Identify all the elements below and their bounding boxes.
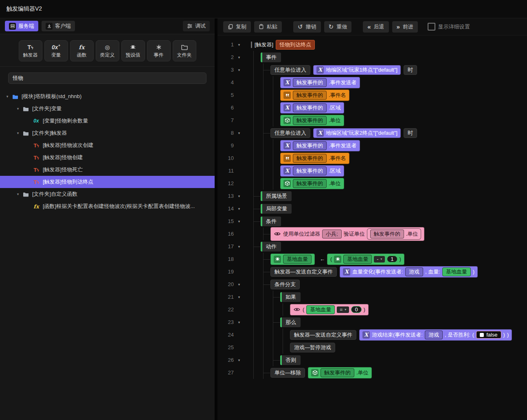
ref-pill[interactable]: 触发事件的 xyxy=(293,116,327,125)
action-pill[interactable]: 游戏—暂停游戏 xyxy=(290,343,335,352)
collapse-caret-icon[interactable]: ▾ xyxy=(234,68,244,72)
event-type-pill[interactable]: 任意单位进入 xyxy=(270,65,310,75)
tree-item[interactable]: ▾[文件夹]自定义函数 xyxy=(0,188,215,200)
collapse-caret-icon[interactable]: ▾ xyxy=(234,219,244,223)
ref-pill[interactable]: 小兵; xyxy=(322,230,342,238)
param-block[interactable]: 触发事件的.单位 xyxy=(280,178,344,189)
create-preset-button[interactable]: 预设值 xyxy=(121,40,145,61)
region-block[interactable]: X地编区域"玩家1终点"["default"] xyxy=(313,65,401,75)
event-call-block[interactable]: X游戏结束(事件发送者:游戏, 是否胜利:(false)) xyxy=(359,329,512,341)
show-details-checkbox[interactable] xyxy=(428,23,435,31)
ref-pill[interactable]: 触发事件的 xyxy=(370,230,404,238)
event-type-pill[interactable]: 任意单位进入 xyxy=(270,128,310,138)
variable-pill[interactable]: 基地血量 xyxy=(442,267,471,276)
search-input[interactable] xyxy=(8,72,206,84)
collapse-caret-icon[interactable]: ▾ xyxy=(234,131,244,135)
category-local-vars[interactable]: 局部变量 xyxy=(261,204,292,214)
category-if[interactable]: 如果 xyxy=(280,292,301,302)
expander-caret-icon[interactable]: ▾ xyxy=(15,192,21,196)
operator-dropdown[interactable]: -▾ xyxy=(374,256,385,262)
tree-item[interactable]: Tϟ[触发器]怪物波次创建 xyxy=(0,139,215,151)
redo-button[interactable]: ↻重做 xyxy=(324,21,352,33)
event-call-block[interactable]: X血量变化(事件发送者:游戏, 血量:基地血量) xyxy=(340,266,478,278)
ref-pill[interactable]: 基地血量 xyxy=(283,255,312,264)
forward-button[interactable]: »前进 xyxy=(392,21,418,33)
ref-pill[interactable]: 触发事件的 xyxy=(293,141,327,150)
ref-pill[interactable]: 触发事件的 xyxy=(321,368,354,377)
trigger-name[interactable]: 怪物到达终点 xyxy=(276,40,315,50)
event-suffix-pill[interactable]: 时 xyxy=(404,65,417,75)
action-pill[interactable]: 触发器—发送自定义事件 xyxy=(290,330,356,340)
collapse-caret-icon[interactable]: ▾ xyxy=(234,207,244,211)
tab-server[interactable]: 服务端 xyxy=(5,21,38,31)
tree-item[interactable]: Tϟ[触发器]怪物死亡 xyxy=(0,164,215,176)
ref-pill[interactable]: 触发事件的 xyxy=(293,78,327,87)
action-pill[interactable]: 触发器—发送自定义事件 xyxy=(270,267,337,277)
ref-pill[interactable]: 游戏 xyxy=(425,330,443,339)
param-block[interactable]: 触发事件的.事件名 xyxy=(280,90,349,101)
condition-block[interactable]: (基地血量=▾0) xyxy=(290,304,369,315)
expander-caret-icon[interactable]: ▾ xyxy=(15,107,21,111)
expander-caret-icon[interactable]: ▾ xyxy=(15,131,21,135)
collapse-caret-icon[interactable]: ▾ xyxy=(234,55,244,59)
create-function-button[interactable]: fx函数 xyxy=(70,40,94,61)
copy-button[interactable]: 复制 xyxy=(223,21,251,33)
category-else[interactable]: 否则 xyxy=(280,355,301,365)
collapse-caret-icon[interactable]: ▾ xyxy=(234,320,244,324)
operator-dropdown[interactable]: =▾ xyxy=(337,306,349,313)
branch-pill[interactable]: 条件分支 xyxy=(270,280,300,289)
tree-item[interactable]: 0x[变量]怪物剩余数量 xyxy=(0,115,215,127)
tree-item[interactable]: fx[函数]根据关卡配置表创建怪物波次(根据关卡配置表创建怪物波... xyxy=(0,200,215,212)
category-then[interactable]: 那么 xyxy=(280,317,301,327)
ref-pill[interactable]: 触发事件的 xyxy=(293,179,327,188)
param-block[interactable]: X触发事件的.区域 xyxy=(280,102,344,114)
undo-button[interactable]: ↺撤销 xyxy=(293,21,321,33)
expression-block[interactable]: (基地血量-▾1) xyxy=(327,254,404,265)
ref-pill[interactable]: 触发事件的 xyxy=(293,91,327,100)
variable-chip[interactable]: 基地血量 xyxy=(270,254,315,265)
back-button[interactable]: «后退 xyxy=(363,21,389,33)
param-block[interactable]: X触发事件的.区域 xyxy=(280,165,344,177)
ref-pill[interactable]: 游戏 xyxy=(405,267,423,276)
tree-item[interactable]: ▾[模块]塔防模板(std_nhnb) xyxy=(0,90,215,103)
param-block[interactable]: X触发事件的.事件发送者 xyxy=(280,140,360,151)
create-event-button[interactable]: 事件 xyxy=(147,40,171,61)
tree-item[interactable]: Tϟ[触发器]怪物创建 xyxy=(0,151,215,164)
create-class-button[interactable]: ◎类定义 xyxy=(96,40,119,61)
unit-group[interactable]: 触发事件的.单位 xyxy=(367,228,422,240)
category-scene[interactable]: 所属场景 xyxy=(261,191,292,201)
ref-pill[interactable]: 基地血量 xyxy=(343,255,372,264)
collapse-caret-icon[interactable]: ▾ xyxy=(234,295,244,299)
ref-pill[interactable]: 触发事件的 xyxy=(293,154,327,163)
debug-button[interactable]: 调试 xyxy=(183,21,210,31)
paste-button[interactable]: 粘贴 xyxy=(254,21,282,33)
ref-pill[interactable]: 触发事件的 xyxy=(293,103,327,112)
tree-item[interactable]: ▾[文件夹]变量 xyxy=(0,103,215,115)
category-event[interactable]: 事件 xyxy=(261,52,281,62)
boolean-pill[interactable]: false xyxy=(476,331,501,339)
param-block[interactable]: 触发事件的.事件名 xyxy=(280,153,349,164)
create-folder-button[interactable]: 文件夹 xyxy=(173,40,196,61)
action-pill[interactable]: 单位—移除 xyxy=(270,368,305,378)
param-block[interactable]: 触发事件的.单位 xyxy=(280,115,344,126)
collapse-caret-icon[interactable]: ▾ xyxy=(234,245,244,249)
number-pill[interactable]: 0 xyxy=(351,306,361,313)
collapse-caret-icon[interactable]: ▾ xyxy=(234,282,244,287)
category-conditions[interactable]: 条件 xyxy=(261,217,281,226)
region-block[interactable]: X地编区域"玩家2终点"["default"] xyxy=(313,128,401,138)
tree-item[interactable]: ▾[文件夹]触发器 xyxy=(0,127,215,139)
collapse-caret-icon[interactable]: ▾ xyxy=(234,43,244,47)
expander-caret-icon[interactable]: ▾ xyxy=(4,94,11,98)
tab-client[interactable]: 客户端 xyxy=(42,21,75,31)
create-trigger-button[interactable]: Tϟ触发器 xyxy=(19,40,42,61)
unit-block[interactable]: 触发事件的.单位 xyxy=(308,367,372,378)
param-block[interactable]: X触发事件的.事件发送者 xyxy=(280,77,360,88)
tree-item-selected[interactable]: Tϟ[触发器]怪物到达终点 xyxy=(0,176,215,188)
ref-pill[interactable]: 触发事件的 xyxy=(293,166,327,175)
event-suffix-pill[interactable]: 时 xyxy=(404,128,417,138)
number-pill[interactable]: 1 xyxy=(387,256,397,262)
condition-block[interactable]: 使用单位过滤器小兵;验证单位触发事件的.单位 xyxy=(270,227,424,241)
collapse-caret-icon[interactable]: ▾ xyxy=(234,194,244,198)
category-actions[interactable]: 动作 xyxy=(261,242,281,252)
collapse-caret-icon[interactable]: ▾ xyxy=(234,358,244,362)
